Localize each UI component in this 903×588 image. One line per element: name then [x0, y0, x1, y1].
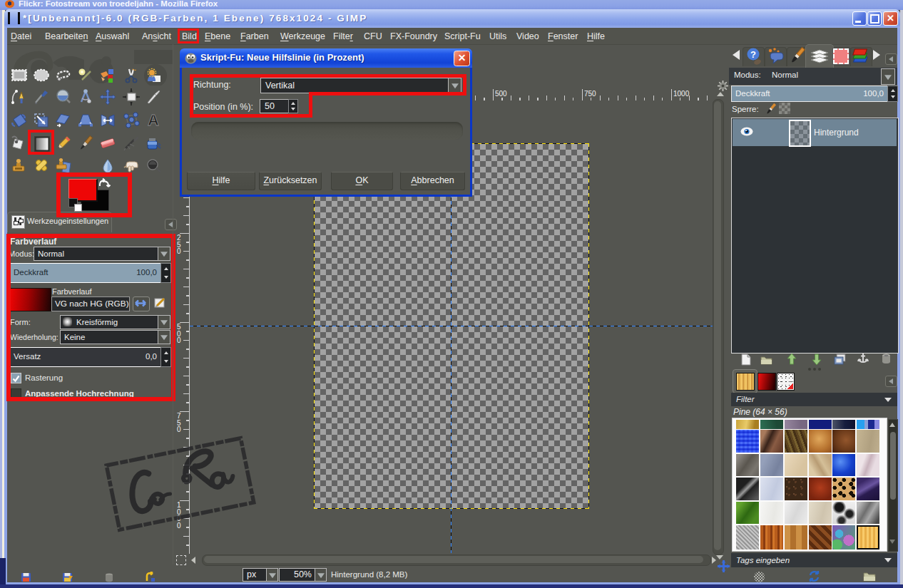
svg-text:A: A	[148, 112, 159, 129]
svg-text:?: ?	[750, 49, 756, 60]
